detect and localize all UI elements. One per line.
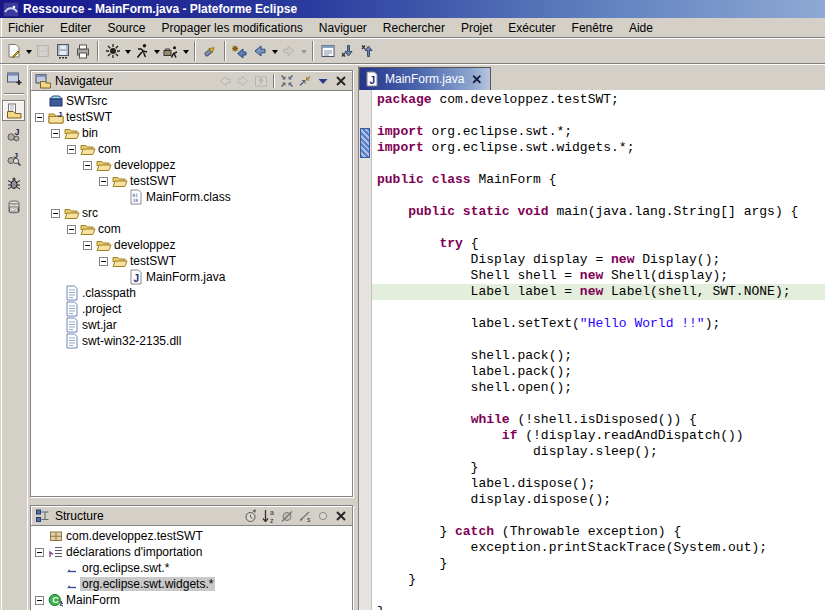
expander-icon[interactable] xyxy=(35,596,44,605)
back-button[interactable] xyxy=(250,40,270,62)
menu-ex-cuter[interactable]: Exécuter xyxy=(500,19,563,37)
search-button[interactable] xyxy=(200,40,220,62)
tree-item-com[interactable]: com xyxy=(31,141,352,157)
expander-icon[interactable] xyxy=(51,129,60,138)
menu-editer[interactable]: Editer xyxy=(52,19,99,37)
sort-alphabetically-button[interactable]: az xyxy=(260,507,278,525)
menu-projet[interactable]: Projet xyxy=(453,19,500,37)
java-perspective-button[interactable]: J xyxy=(2,124,25,145)
tree-item-testswt[interactable]: JtestSWT xyxy=(31,109,352,125)
expander-icon[interactable] xyxy=(83,241,92,250)
svg-text:J: J xyxy=(13,151,17,160)
search-icon xyxy=(202,43,218,59)
expander-icon[interactable] xyxy=(99,177,108,186)
svg-text:a: a xyxy=(270,509,274,516)
go-into-top-level-type-button[interactable] xyxy=(242,507,260,525)
menu-fichier[interactable]: Fichier xyxy=(0,19,52,37)
expander-icon[interactable] xyxy=(35,548,44,557)
navigator-view-titlebar[interactable]: Navigateur xyxy=(31,71,352,91)
forward-dropdown-icon[interactable] xyxy=(301,50,307,57)
expander-icon[interactable] xyxy=(51,209,60,218)
tree-item-swt-jar[interactable]: swt.jar xyxy=(31,317,352,333)
tree-item-swt-win32-2135-dll[interactable]: swt-win32-2135.dll xyxy=(31,333,352,349)
collapse-all-button[interactable] xyxy=(278,72,296,90)
menu-propager-les-modifications[interactable]: Propager les modifications xyxy=(153,19,310,37)
tree-item-org-eclipse-swt-widgets[interactable]: org.eclipse.swt.widgets.* xyxy=(31,576,352,592)
tree-item-label: MainForm xyxy=(64,593,122,607)
expander-icon[interactable] xyxy=(99,257,108,266)
tree-item-classpath[interactable]: .classpath xyxy=(31,285,352,301)
hide-non-public-members-button[interactable] xyxy=(314,507,332,525)
new-wizard-button[interactable] xyxy=(4,40,24,62)
java-browsing-perspective-button[interactable]: J xyxy=(2,148,25,169)
java-file-icon: J xyxy=(364,71,380,87)
menu-source[interactable]: Source xyxy=(99,19,153,37)
save-all-button[interactable] xyxy=(53,40,73,62)
show-task-list-button[interactable] xyxy=(318,40,338,62)
tree-item-d-clarations-d-importation[interactable]: déclarations d'importation xyxy=(31,544,352,560)
tree-item-swtsrc[interactable]: SWTsrc xyxy=(31,93,352,109)
back-dropdown-icon[interactable] xyxy=(272,50,278,57)
cvs-repository-perspective-button[interactable]: CVS xyxy=(2,196,25,217)
view-menu-button[interactable] xyxy=(314,72,332,90)
new-wizard-dropdown-icon[interactable] xyxy=(26,50,32,57)
editor-tab-mainform-java[interactable]: J MainForm.java ✕ xyxy=(359,67,491,90)
code-line: label.setText("Hello World !!"); xyxy=(372,316,825,332)
debug-button[interactable] xyxy=(103,40,123,62)
open-perspective-button[interactable] xyxy=(2,67,25,88)
previous-annotation-button[interactable] xyxy=(358,40,378,62)
window-title: Ressource - MainForm.java - Plateforme E… xyxy=(23,2,297,16)
tree-item-com-developpez-testswt[interactable]: com.developpez.testSWT xyxy=(31,528,352,544)
menu-aide[interactable]: Aide xyxy=(621,19,661,37)
expander-icon[interactable] xyxy=(83,161,92,170)
tab-close-icon[interactable]: ✕ xyxy=(469,73,484,86)
tree-item-testswt[interactable]: testSWT xyxy=(31,253,352,269)
imports-icon xyxy=(48,544,64,560)
forward-button[interactable] xyxy=(279,40,299,62)
close-view-button[interactable] xyxy=(332,72,350,90)
structure-view-title: Structure xyxy=(55,509,104,523)
tree-item-mainform-class[interactable]: 0110MainForm.class xyxy=(31,189,352,205)
run-dropdown-icon[interactable] xyxy=(154,50,160,57)
hide-fields-button[interactable] xyxy=(278,507,296,525)
up-one-level-button[interactable] xyxy=(252,72,270,90)
external-tools-button[interactable] xyxy=(161,40,181,62)
hide-static-members-button[interactable]: s xyxy=(296,507,314,525)
tree-item-mainform-java[interactable]: JMainForm.java xyxy=(31,269,352,285)
next-annotation-button[interactable] xyxy=(338,40,358,62)
expander-icon[interactable] xyxy=(67,225,76,234)
tree-item-developpez[interactable]: developpez xyxy=(31,237,352,253)
last-edit-location-button[interactable] xyxy=(230,40,250,62)
resource-perspective-button[interactable] xyxy=(2,100,25,121)
run-button[interactable] xyxy=(132,40,152,62)
expander-icon[interactable] xyxy=(67,145,76,154)
openpersp-icon xyxy=(6,70,22,86)
code-editor[interactable]: package com.developpez.testSWT; import o… xyxy=(372,90,825,610)
debugpersp-icon xyxy=(6,175,22,191)
forward-button[interactable] xyxy=(234,72,252,90)
tree-item-label: org.eclipse.swt.* xyxy=(80,561,171,575)
tree-item-org-eclipse-swt[interactable]: org.eclipse.swt.* xyxy=(31,560,352,576)
close-view-button[interactable] xyxy=(332,507,350,525)
code-line xyxy=(372,588,825,604)
print-button[interactable] xyxy=(73,40,93,62)
menu-fen-tre[interactable]: Fenêtre xyxy=(564,19,621,37)
expander-icon[interactable] xyxy=(35,113,44,122)
menu-naviguer[interactable]: Naviguer xyxy=(311,19,375,37)
tree-item-com[interactable]: com xyxy=(31,221,352,237)
tree-item-bin[interactable]: bin xyxy=(31,125,352,141)
structure-view-titlebar[interactable]: Structure azs xyxy=(31,506,352,526)
tree-item-mainform[interactable]: CMainForm xyxy=(31,592,352,608)
titlebar[interactable]: Ressource - MainForm.java - Plateforme E… xyxy=(0,0,825,18)
debug-dropdown-icon[interactable] xyxy=(125,50,131,57)
save-button[interactable] xyxy=(33,40,53,62)
external-tools-dropdown-icon[interactable] xyxy=(183,50,189,57)
tree-item-src[interactable]: src xyxy=(31,205,352,221)
tree-item-testswt[interactable]: testSWT xyxy=(31,173,352,189)
debug-perspective-button[interactable] xyxy=(2,172,25,193)
tree-item-developpez[interactable]: developpez xyxy=(31,157,352,173)
menu-rechercher[interactable]: Rechercher xyxy=(375,19,453,37)
tree-item-project[interactable]: .project xyxy=(31,301,352,317)
back-button[interactable] xyxy=(216,72,234,90)
link-with-editor-button[interactable] xyxy=(296,72,314,90)
